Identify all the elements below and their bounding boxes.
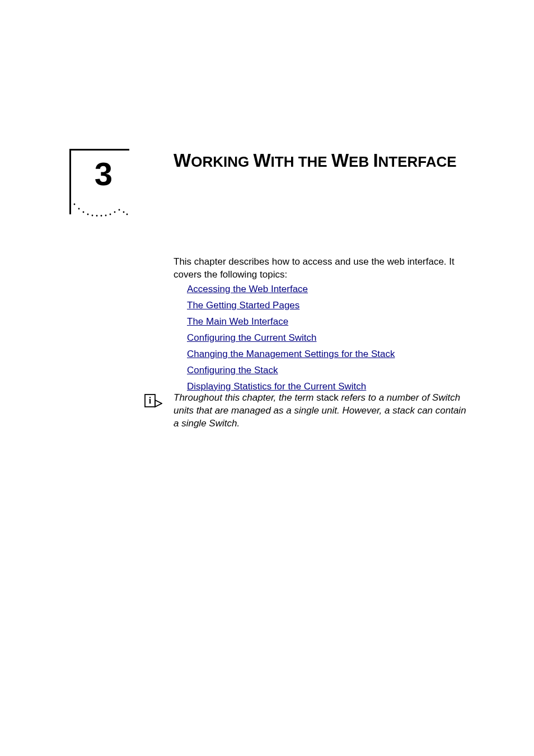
title-word-lead: I: [373, 150, 378, 171]
topic-link-changing-management-settings[interactable]: Changing the Management Settings for the…: [187, 348, 470, 361]
note-term: stack: [316, 392, 339, 403]
chapter-title: WORKING WITH THE WEB INTERFACE: [174, 148, 476, 173]
chapter-number-box: 3: [69, 149, 129, 214]
svg-point-11: [123, 212, 125, 213]
title-word-lead: W: [174, 150, 191, 171]
svg-point-1: [78, 208, 80, 210]
topic-link-accessing-web-interface[interactable]: Accessing the Web Interface: [187, 283, 470, 296]
title-word-rest: NTERFACE: [378, 153, 457, 170]
svg-point-2: [83, 212, 85, 213]
svg-point-7: [105, 215, 107, 217]
intro-paragraph: This chapter describes how to access and…: [174, 256, 470, 281]
document-page: 3 WORKING WITH THE: [0, 0, 534, 756]
svg-point-4: [92, 215, 93, 217]
title-word-rest: THE: [298, 153, 327, 170]
svg-point-0: [74, 204, 76, 205]
chapter-number: 3: [54, 155, 113, 192]
title-word-lead: W: [253, 150, 270, 171]
topic-link-configuring-stack[interactable]: Configuring the Stack: [187, 364, 470, 377]
svg-text:i: i: [149, 396, 152, 405]
svg-point-10: [119, 209, 120, 211]
topic-link-getting-started-pages[interactable]: The Getting Started Pages: [187, 299, 470, 312]
svg-point-12: [127, 214, 128, 215]
decorative-dots-icon: [71, 202, 129, 218]
svg-point-8: [110, 214, 111, 215]
svg-point-9: [114, 212, 116, 213]
topic-link-configuring-current-switch[interactable]: Configuring the Current Switch: [187, 332, 470, 345]
title-word-rest: ORKING: [191, 153, 249, 170]
svg-point-6: [101, 215, 102, 217]
svg-point-5: [96, 215, 98, 217]
info-icon: i: [144, 394, 162, 412]
topic-link-main-web-interface[interactable]: The Main Web Interface: [187, 316, 470, 328]
title-word-rest: ITH: [271, 153, 294, 170]
note-paragraph: Throughout this chapter, the term stack …: [174, 392, 470, 430]
svg-marker-15: [155, 400, 162, 407]
title-word-lead: W: [331, 150, 349, 171]
note-pre: Throughout this chapter, the term: [174, 392, 316, 403]
topic-links-list: Accessing the Web Interface The Getting …: [187, 283, 470, 397]
svg-point-3: [87, 214, 89, 215]
title-word-rest: EB: [349, 153, 369, 170]
